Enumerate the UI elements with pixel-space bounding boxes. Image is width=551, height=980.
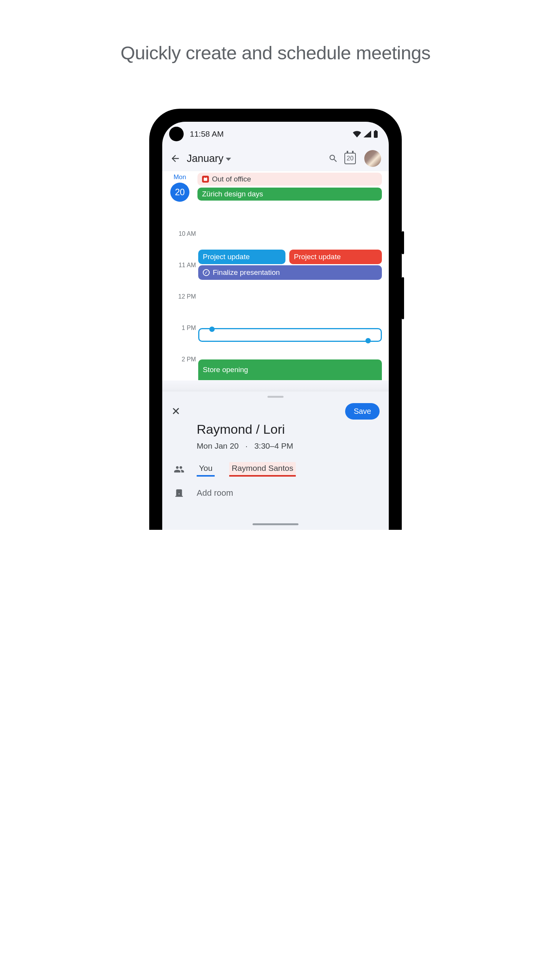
month-label: January — [187, 153, 223, 165]
room-icon — [171, 488, 187, 498]
today-date-number: 20 — [347, 155, 354, 162]
event-out-of-office[interactable]: Out of office — [197, 173, 382, 186]
camera-notch — [169, 127, 184, 141]
event-finalize-presentation[interactable]: ✓ Finalize presentation — [198, 265, 382, 280]
new-event-slot[interactable] — [198, 328, 382, 342]
marketing-headline: Quickly create and schedule meetings — [121, 41, 430, 65]
dot-separator: · — [245, 441, 248, 450]
close-icon[interactable]: ✕ — [171, 406, 180, 417]
svg-rect-4 — [206, 177, 207, 178]
add-room-row[interactable]: Add room — [171, 488, 380, 498]
svg-rect-1 — [375, 130, 377, 131]
attendees-row: You Raymond Santos — [171, 462, 380, 477]
all-day-events: Out of office Zürich design days — [197, 173, 382, 201]
search-icon[interactable] — [328, 154, 338, 163]
event-date: Mon Jan 20 — [197, 441, 239, 450]
nav-bar-pill[interactable] — [253, 523, 298, 525]
event-editor-sheet: ✕ Save Raymond / Lori Mon Jan 20 · 3:30–… — [162, 390, 389, 530]
phone-side-button — [402, 231, 404, 254]
month-picker[interactable]: January — [187, 153, 231, 165]
day-header-column: Mon 20 — [162, 171, 197, 202]
status-bar: 11:58 AM — [162, 122, 389, 146]
timeline[interactable]: 10 AM 11 AM 12 PM 1 PM 2 PM Project upda… — [162, 205, 389, 381]
drag-handle-start[interactable] — [209, 327, 215, 332]
event-label: Project update — [203, 253, 250, 261]
event-time-range: 3:30–4 PM — [254, 441, 293, 450]
svg-rect-0 — [374, 131, 378, 138]
save-button[interactable]: Save — [345, 403, 380, 420]
event-zurich-design-days[interactable]: Zürich design days — [197, 188, 382, 201]
cell-signal-icon — [364, 131, 371, 137]
event-label: Out of office — [212, 175, 251, 183]
back-arrow-icon[interactable] — [170, 153, 181, 164]
event-label: Project update — [294, 253, 341, 261]
time-label-11am: 11 AM — [162, 262, 196, 269]
app-bar: January 20 — [162, 146, 389, 171]
svg-rect-2 — [204, 178, 207, 181]
event-datetime[interactable]: Mon Jan 20 · 3:30–4 PM — [197, 441, 380, 451]
check-circle-icon: ✓ — [203, 269, 210, 276]
day-number[interactable]: 20 — [170, 183, 189, 202]
calendar-busy-icon — [202, 176, 209, 183]
chevron-down-icon — [226, 158, 231, 161]
today-icon[interactable]: 20 — [344, 153, 356, 164]
event-label: Store opening — [203, 366, 248, 374]
event-label: Zürich design days — [202, 190, 263, 198]
time-label-1pm: 1 PM — [162, 325, 196, 332]
time-label-2pm: 2 PM — [162, 356, 196, 363]
time-label-12pm: 12 PM — [162, 293, 196, 300]
day-weekday: Mon — [162, 173, 197, 181]
phone-side-button — [402, 277, 404, 319]
event-project-update-1[interactable]: Project update — [198, 250, 285, 264]
wifi-icon — [353, 131, 361, 137]
status-time: 11:58 AM — [190, 129, 224, 139]
attendee-chip-raymond[interactable]: Raymond Santos — [229, 462, 295, 477]
calendar-day-view: Mon 20 Out of office Zürich design days — [162, 171, 389, 381]
add-room-label: Add room — [197, 488, 233, 498]
battery-icon — [373, 130, 378, 138]
event-label: Finalize presentation — [213, 268, 280, 277]
event-project-update-2[interactable]: Project update — [289, 250, 382, 264]
people-icon — [171, 464, 187, 475]
drag-handle-end[interactable] — [365, 338, 371, 343]
phone-mockup: 11:58 AM — [149, 109, 402, 530]
time-label-10am: 10 AM — [162, 230, 196, 237]
event-store-opening[interactable]: Store opening — [198, 359, 382, 380]
attendee-chip-you[interactable]: You — [197, 462, 215, 477]
avatar[interactable] — [364, 150, 381, 167]
svg-rect-3 — [204, 177, 205, 178]
event-title-input[interactable]: Raymond / Lori — [197, 422, 380, 437]
